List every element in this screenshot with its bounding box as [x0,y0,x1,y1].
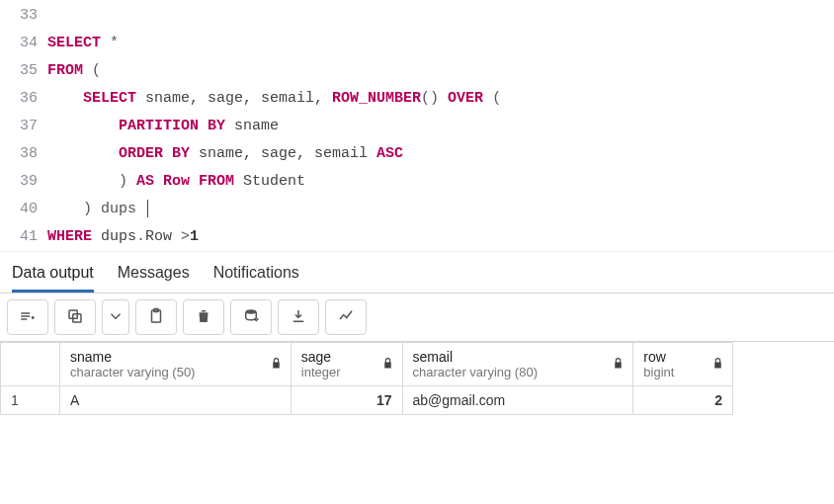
line-number: 37 [0,113,38,140]
save-data-icon [242,307,260,328]
token: AS Row FROM [136,173,234,190]
column-type: integer [301,365,373,379]
result-grid[interactable]: snamecharacter varying (50)sageintegerse… [0,342,733,415]
lock-icon [381,357,394,373]
token: ( [483,90,501,107]
code-line[interactable]: ORDER BY sname, sage, semail ASC [47,140,834,168]
lock-icon [612,357,625,373]
token: () [421,90,448,107]
token: ( [83,62,101,79]
token: Row [145,228,181,245]
line-number: 38 [0,140,38,168]
cell[interactable]: 2 [633,386,733,415]
token: sname [225,118,279,134]
token: SELECT [83,90,136,107]
token: FROM [47,62,83,79]
corner-cell [1,343,60,386]
line-gutter: 333435363738394041 [0,2,47,251]
token: sname, sage, semail [190,145,376,162]
token [47,90,83,107]
column-name: row [643,349,703,365]
code-line[interactable]: PARTITION BY sname [47,113,834,140]
token: ROW_NUMBER [332,90,421,107]
line-number: 35 [0,57,38,85]
line-number: 40 [0,196,38,223]
code-line[interactable]: FROM ( [47,57,834,85]
column-name: sage [301,349,373,365]
token: ) [47,173,136,190]
save-data-button[interactable] [230,299,272,335]
cell[interactable]: ab@gmail.com [402,386,633,415]
row-number: 1 [1,386,60,415]
result-tabs: Data outputMessagesNotifications [0,251,834,293]
column-type: character varying (50) [70,365,261,379]
lock-icon [270,357,283,373]
svg-point-4 [246,309,257,314]
token: * [101,35,119,51]
download-icon [290,307,307,328]
chart-button[interactable] [325,299,367,335]
column-header-semail[interactable]: semailcharacter varying (80) [402,343,633,386]
line-number: 34 [0,30,38,57]
column-type: character varying (80) [413,365,604,379]
copy-button[interactable] [54,299,96,335]
token: 1 [190,228,199,245]
token: WHERE [47,228,92,245]
delete-icon [195,307,212,328]
chart-icon [337,307,355,328]
code-area[interactable]: SELECT *FROM ( SELECT sname, sage, semai… [47,2,834,251]
download-button[interactable] [278,299,319,335]
token: . [136,228,145,245]
token: ) dups [47,201,145,217]
delete-button[interactable] [183,299,224,335]
add-row-button[interactable] [7,299,48,335]
line-number: 41 [0,223,38,251]
paste-button[interactable] [135,299,177,335]
code-line[interactable]: ) dups [47,196,834,223]
sql-editor[interactable]: 333435363738394041 SELECT *FROM ( SELECT… [0,0,834,251]
dropdown-icon [107,307,125,328]
column-header-row[interactable]: rowbigint [633,343,733,386]
cell[interactable]: 17 [291,386,402,415]
dropdown-button[interactable] [102,299,129,335]
column-name: semail [413,349,604,365]
text-cursor [147,200,148,217]
lock-icon [711,357,724,373]
cell[interactable]: A [60,386,292,415]
column-header-sage[interactable]: sageinteger [291,343,402,386]
copy-icon [66,307,84,328]
line-number: 36 [0,85,38,113]
result-toolbar [0,293,834,342]
table-row[interactable]: 1A17ab@gmail.com2 [1,386,733,415]
token: > [181,228,190,245]
tab-data-output[interactable]: Data output [12,264,94,293]
code-line[interactable]: SELECT sname, sage, semail, ROW_NUMBER()… [47,85,834,113]
add-row-icon [19,307,37,328]
code-line[interactable]: WHERE dups.Row >1 [47,223,834,251]
column-name: sname [70,349,261,365]
token: SELECT [47,35,101,51]
column-type: bigint [643,365,703,379]
token: PARTITION BY [119,118,225,134]
code-line[interactable]: SELECT * [47,30,834,57]
column-header-sname[interactable]: snamecharacter varying (50) [60,343,292,386]
tab-messages[interactable]: Messages [118,264,190,293]
token: sname, sage, semail, [136,90,332,107]
code-line[interactable]: ) AS Row FROM Student [47,168,834,196]
token: Student [234,173,305,190]
line-number: 39 [0,168,38,196]
token: ORDER BY [119,145,190,162]
token [47,118,119,134]
code-line[interactable] [47,2,834,30]
token [47,145,119,162]
token: ASC [376,145,403,162]
paste-icon [147,307,165,328]
token: OVER [448,90,483,107]
line-number: 33 [0,2,38,30]
token: dups [92,228,136,245]
tab-notifications[interactable]: Notifications [213,264,299,293]
header-row: snamecharacter varying (50)sageintegerse… [1,343,733,386]
